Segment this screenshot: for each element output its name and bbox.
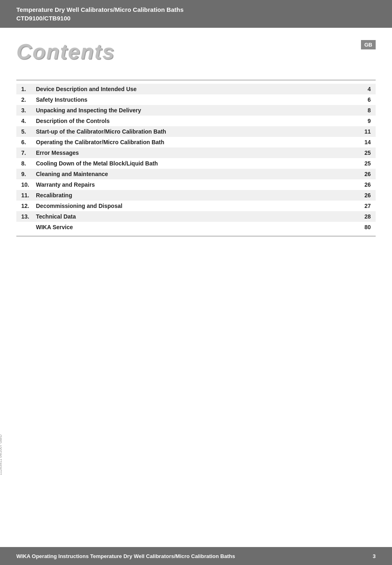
- toc-row: 5.Start-up of the Calibrator/Micro Calib…: [16, 126, 376, 137]
- toc-item-page: 6: [359, 96, 371, 103]
- toc-item-page: 11: [359, 128, 371, 135]
- contents-title: Contents: [16, 40, 376, 63]
- toc-item-num: 10.: [21, 181, 36, 188]
- side-watermark: 11263911 04/2007 GB/D: [0, 434, 2, 475]
- toc-item-num: 3.: [21, 107, 36, 114]
- toc-item-label: Recalibrating: [36, 192, 359, 199]
- footer-text: WIKA Operating Instructions Temperature …: [16, 553, 235, 559]
- toc-item-num: 1.: [21, 86, 36, 92]
- toc-item-label: Decommissioning and Disposal: [36, 203, 359, 209]
- toc-item-page: 28: [359, 213, 371, 220]
- toc-row: 4.Description of the Controls9: [16, 116, 376, 126]
- toc-item-page: 26: [359, 192, 371, 199]
- toc-item-label: Technical Data: [36, 213, 359, 220]
- toc-item-label: Safety Instructions: [36, 96, 359, 103]
- toc-item-num: 9.: [21, 171, 36, 177]
- toc-item-page: 25: [359, 160, 371, 167]
- toc-item-page: 25: [359, 150, 371, 156]
- toc-item-num: 2.: [21, 96, 36, 103]
- table-of-contents: 1.Device Description and Intended Use42.…: [16, 80, 376, 237]
- toc-item-page: 26: [359, 171, 371, 177]
- toc-item-page: 9: [359, 118, 371, 124]
- toc-item-page: 14: [359, 139, 371, 145]
- toc-item-num: 12.: [21, 203, 36, 209]
- toc-item-num: 8.: [21, 160, 36, 167]
- toc-item-num: 13.: [21, 213, 36, 220]
- toc-item-page: 27: [359, 203, 371, 209]
- toc-item-label: Description of the Controls: [36, 118, 359, 124]
- toc-item-page: 4: [359, 86, 371, 92]
- toc-item-label: Operating the Calibrator/Micro Calibrati…: [36, 139, 359, 145]
- header-title: Temperature Dry Well Calibrators/Micro C…: [16, 5, 376, 22]
- toc-item-num: 11.: [21, 192, 36, 199]
- toc-row: 10.Warranty and Repairs26: [16, 179, 376, 190]
- toc-item-num: 5.: [21, 128, 36, 135]
- toc-item-label: Error Messages: [36, 150, 359, 156]
- toc-item-num: 7.: [21, 150, 36, 156]
- toc-item-num: 6.: [21, 139, 36, 145]
- toc-item-page: 26: [359, 181, 371, 188]
- header-bar: Temperature Dry Well Calibrators/Micro C…: [0, 0, 392, 28]
- toc-item-label: Cooling Down of the Metal Block/Liquid B…: [36, 160, 359, 167]
- toc-row: 8.Cooling Down of the Metal Block/Liquid…: [16, 158, 376, 169]
- toc-item-label: WIKA Service: [36, 224, 359, 230]
- toc-row: 3.Unpacking and Inspecting the Delivery8: [16, 105, 376, 116]
- footer-bar: WIKA Operating Instructions Temperature …: [0, 547, 392, 565]
- toc-row: 11.Recalibrating26: [16, 190, 376, 201]
- toc-inner: 1.Device Description and Intended Use42.…: [16, 80, 376, 236]
- toc-row: 13.Technical Data28: [16, 211, 376, 222]
- contents-section: Contents GB: [0, 28, 392, 71]
- header-title-line2: CTD9100/CTB9100: [16, 15, 71, 22]
- toc-item-page: 80: [359, 224, 371, 230]
- toc-row: 6.Operating the Calibrator/Micro Calibra…: [16, 137, 376, 147]
- toc-item-label: Unpacking and Inspecting the Delivery: [36, 107, 359, 114]
- toc-item-num: 4.: [21, 118, 36, 124]
- toc-row: 1.Device Description and Intended Use4: [16, 84, 376, 94]
- footer-page: 3: [373, 553, 376, 559]
- toc-row: 2.Safety Instructions6: [16, 94, 376, 105]
- toc-row: 7.Error Messages25: [16, 147, 376, 158]
- toc-row: 9.Cleaning and Maintenance26: [16, 169, 376, 179]
- toc-row: 12.Decommissioning and Disposal27: [16, 201, 376, 211]
- toc-item-label: Start-up of the Calibrator/Micro Calibra…: [36, 128, 359, 135]
- header-title-line1: Temperature Dry Well Calibrators/Micro C…: [16, 6, 184, 13]
- toc-item-label: Device Description and Intended Use: [36, 86, 359, 92]
- gb-badge: GB: [361, 40, 376, 49]
- toc-row: WIKA Service80: [16, 222, 376, 232]
- toc-item-page: 8: [359, 107, 371, 114]
- toc-item-label: Cleaning and Maintenance: [36, 171, 359, 177]
- toc-item-label: Warranty and Repairs: [36, 181, 359, 188]
